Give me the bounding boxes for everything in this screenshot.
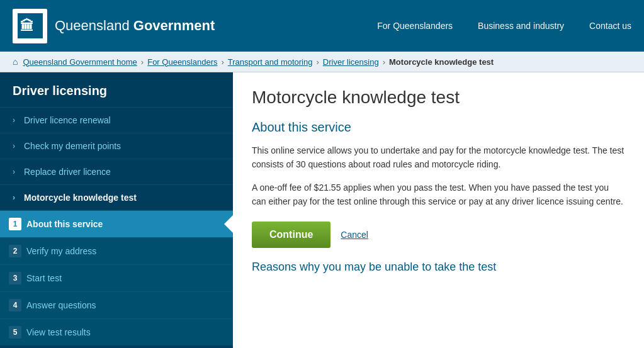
top-nav: 🏛 Queensland Government For Queenslander…: [0, 0, 644, 52]
content-para2: A one-off fee of $21.55 applies when you…: [252, 181, 625, 209]
step-number: 4: [9, 299, 21, 312]
submenu-item-results[interactable]: 5 View test results: [0, 318, 233, 345]
submenu-item-about[interactable]: 1 About this service: [0, 210, 233, 237]
logo-text: Queensland Government: [55, 18, 215, 34]
sidebar-item-replace[interactable]: › Replace driver licence: [0, 159, 233, 184]
submenu-item-label: Answer questions: [26, 300, 96, 310]
breadcrumb-home[interactable]: Queensland Government home: [23, 57, 137, 67]
breadcrumb-current: Motorcycle knowledge test: [389, 57, 494, 67]
contact-us-link[interactable]: Contact us: [589, 21, 631, 31]
svg-text:🏛: 🏛: [20, 18, 34, 34]
submenu-item-label: About this service: [26, 219, 103, 229]
arrow-icon: ›: [13, 142, 15, 150]
breadcrumb: ⌂ Queensland Government home › For Queen…: [0, 52, 644, 72]
sidebar-menu: › Driver licence renewal › Check my deme…: [0, 107, 233, 345]
section2-heading: Reasons why you may be unable to take th…: [252, 261, 625, 274]
cancel-button[interactable]: Cancel: [341, 230, 368, 240]
sidebar-title: Driver licensing: [0, 72, 233, 107]
sidebar-item-label: Driver licence renewal: [24, 115, 111, 125]
nav-business-industry[interactable]: Business and industry: [478, 21, 564, 31]
sidebar-item-label: Motorcycle knowledge test: [24, 193, 137, 203]
sidebar-item-label: Replace driver licence: [24, 167, 111, 177]
logo-area: 🏛 Queensland Government: [13, 9, 377, 43]
queensland-logo-icon: 🏛: [13, 9, 47, 43]
sidebar-item-demerit[interactable]: › Check my demerit points: [0, 133, 233, 159]
main-layout: Driver licensing › Driver licence renewa…: [0, 72, 644, 348]
submenu-item-verify[interactable]: 2 Verify my address: [0, 237, 233, 264]
step-number: 3: [9, 272, 21, 284]
step-number: 2: [9, 245, 21, 257]
breadcrumb-transport[interactable]: Transport and motoring: [228, 57, 313, 67]
continue-button[interactable]: Continue: [252, 222, 330, 248]
step-number: 5: [9, 326, 21, 339]
submenu-item-label: Verify my address: [26, 246, 96, 256]
step-number: 1: [9, 218, 21, 230]
submenu-item-answer[interactable]: 4 Answer questions: [0, 291, 233, 318]
page-title: Motorcycle knowledge test: [252, 87, 625, 108]
section1-heading: About this service: [252, 120, 625, 135]
button-row: Continue Cancel: [252, 222, 625, 248]
breadcrumb-for-queenslanders[interactable]: For Queenslanders: [147, 57, 217, 67]
submenu-item-start[interactable]: 3 Start test: [0, 264, 233, 291]
sidebar: Driver licensing › Driver licence renewa…: [0, 72, 233, 348]
submenu-item-label: View test results: [26, 327, 91, 337]
sidebar-submenu: 1 About this service 2 Verify my address…: [0, 210, 233, 345]
content-para1: This online service allows you to undert…: [252, 143, 625, 172]
nav-for-queenslanders[interactable]: For Queenslanders: [377, 21, 453, 31]
main-content: Motorcycle knowledge test About this ser…: [233, 72, 644, 348]
arrow-icon: ›: [13, 116, 15, 125]
sidebar-item-renewal[interactable]: › Driver licence renewal: [0, 107, 233, 133]
home-icon: ⌂: [13, 57, 18, 67]
submenu-item-label: Start test: [26, 273, 62, 283]
breadcrumb-driver-licensing[interactable]: Driver licensing: [323, 57, 379, 67]
sidebar-item-label: Check my demerit points: [24, 141, 121, 151]
top-nav-links: For Queenslanders Business and industry: [377, 21, 564, 31]
sidebar-item-motorcycle[interactable]: › Motorcycle knowledge test 1 About this…: [0, 184, 233, 345]
arrow-icon: ›: [13, 167, 15, 176]
arrow-icon: ›: [13, 193, 15, 202]
